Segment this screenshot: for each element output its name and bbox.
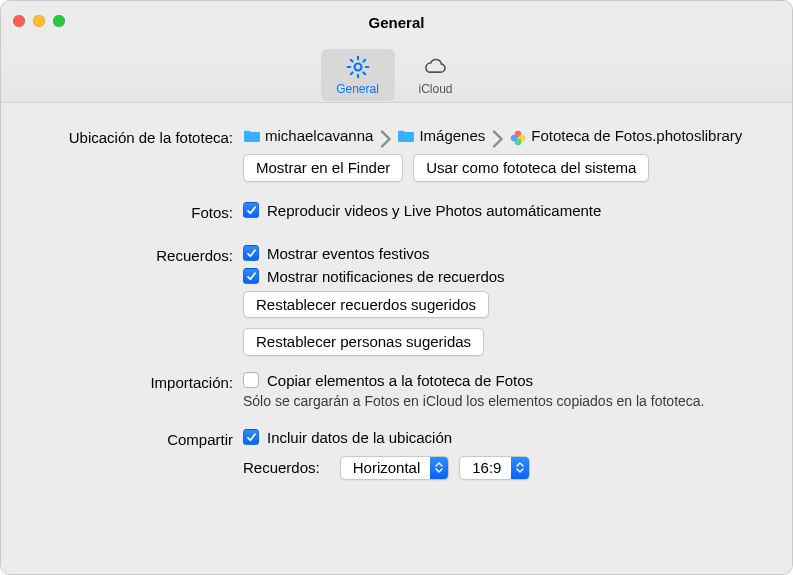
orientation-value: Horizontal <box>341 459 431 476</box>
show-holidays-checkbox[interactable] <box>243 245 259 261</box>
cloud-icon <box>423 54 449 80</box>
library-location-row: Ubicación de la fototeca: michaelcavanna <box>19 127 774 182</box>
titlebar: General <box>1 1 792 47</box>
tab-general-label: General <box>336 82 379 96</box>
share-row: Compartir Incluir datos de la ubicación … <box>19 429 774 480</box>
photos-library-icon <box>509 129 527 143</box>
folder-icon <box>243 129 261 143</box>
autoplay-label: Reproducir videos y Live Photos automáti… <box>267 202 601 219</box>
copy-to-library-label: Copiar elementos a la fototeca de Fotos <box>267 372 533 389</box>
import-label: Importación: <box>19 372 243 391</box>
chevron-right-icon <box>379 130 391 142</box>
tab-icloud[interactable]: iCloud <box>399 49 473 101</box>
svg-point-0 <box>354 63 361 70</box>
gear-icon <box>345 54 371 80</box>
memories-label: Recuerdos: <box>19 245 243 264</box>
reset-suggested-memories-button[interactable]: Restablecer recuerdos sugeridos <box>243 291 489 319</box>
include-location-label: Incluir datos de la ubicación <box>267 429 452 446</box>
include-location-checkbox[interactable] <box>243 429 259 445</box>
popup-arrows-icon <box>511 457 529 479</box>
aspect-value: 16:9 <box>460 459 511 476</box>
import-row: Importación: Copiar elementos a la fotot… <box>19 372 774 409</box>
path-segment-library[interactable]: Fototeca de Fotos.photoslibrary <box>509 127 742 144</box>
window-title: General <box>1 14 792 31</box>
show-memory-notifications-label: Mostrar notificaciones de recuerdos <box>267 268 505 285</box>
reset-suggested-people-button[interactable]: Restablecer personas sugeridas <box>243 328 484 356</box>
path-library-text: Fototeca de Fotos.photoslibrary <box>531 127 742 144</box>
library-path-breadcrumb: michaelcavanna Imágenes <box>243 127 774 144</box>
photos-row: Fotos: Reproducir videos y Live Photos a… <box>19 202 774 225</box>
autoplay-checkbox[interactable] <box>243 202 259 218</box>
toolbar: General iCloud <box>1 47 792 103</box>
photos-label: Fotos: <box>19 202 243 221</box>
show-memory-notifications-checkbox[interactable] <box>243 268 259 284</box>
svg-point-4 <box>511 134 518 141</box>
popup-arrows-icon <box>430 457 448 479</box>
content-area: Ubicación de la fototeca: michaelcavanna <box>1 103 792 574</box>
path-pictures-text: Imágenes <box>419 127 485 144</box>
tab-general[interactable]: General <box>321 49 395 101</box>
path-user-text: michaelcavanna <box>265 127 373 144</box>
memories-row: Recuerdos: Mostrar eventos festivos Most… <box>19 245 774 366</box>
import-hint-text: Sólo se cargarán a Fotos en iCloud los e… <box>243 393 774 409</box>
chevron-right-icon <box>491 130 503 142</box>
show-in-finder-button[interactable]: Mostrar en el Finder <box>243 154 403 182</box>
show-holidays-label: Mostrar eventos festivos <box>267 245 430 262</box>
share-label: Compartir <box>19 429 243 448</box>
use-as-system-library-button[interactable]: Usar como fototeca del sistema <box>413 154 649 182</box>
path-segment-pictures[interactable]: Imágenes <box>397 127 485 144</box>
path-segment-user[interactable]: michaelcavanna <box>243 127 373 144</box>
copy-to-library-checkbox[interactable] <box>243 372 259 388</box>
memories-popup-label: Recuerdos: <box>243 459 320 476</box>
tab-icloud-label: iCloud <box>418 82 452 96</box>
library-location-label: Ubicación de la fototeca: <box>19 127 243 146</box>
folder-icon <box>397 129 415 143</box>
preferences-window: General General iCloud Ubicación d <box>0 0 793 575</box>
aspect-ratio-popup[interactable]: 16:9 <box>459 456 530 480</box>
orientation-popup[interactable]: Horizontal <box>340 456 450 480</box>
